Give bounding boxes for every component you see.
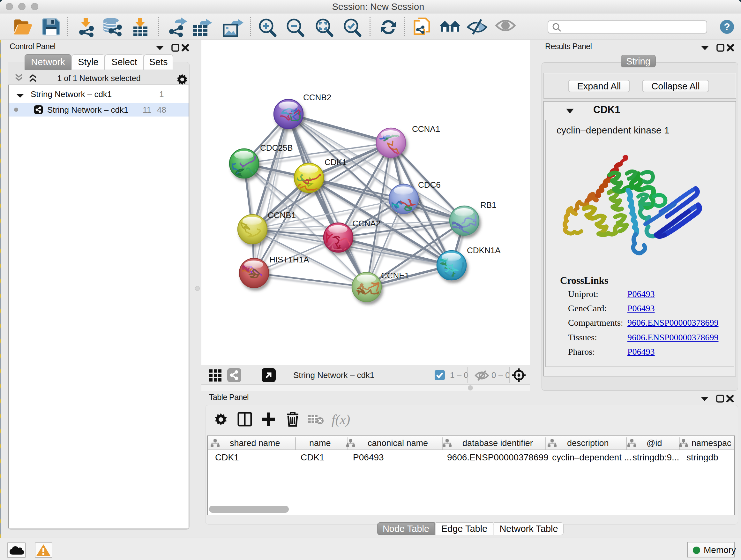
svg-text:CCNA1: CCNA1: [412, 124, 440, 134]
svg-text:CCNB1: CCNB1: [268, 210, 296, 220]
svg-text:CDC25B: CDC25B: [260, 143, 293, 152]
svg-text:HIST1H1A: HIST1H1A: [269, 255, 309, 264]
svg-text:CCNE1: CCNE1: [381, 271, 409, 280]
svg-text:CDKN1A: CDKN1A: [467, 246, 501, 255]
svg-text:CCNA2: CCNA2: [352, 219, 381, 228]
svg-text:?: ?: [724, 21, 730, 33]
svg-text:CDK1: CDK1: [325, 158, 347, 167]
svg-text:RB1: RB1: [480, 200, 496, 210]
svg-text:CDC6: CDC6: [418, 180, 441, 190]
svg-text:CCNB2: CCNB2: [303, 92, 331, 102]
